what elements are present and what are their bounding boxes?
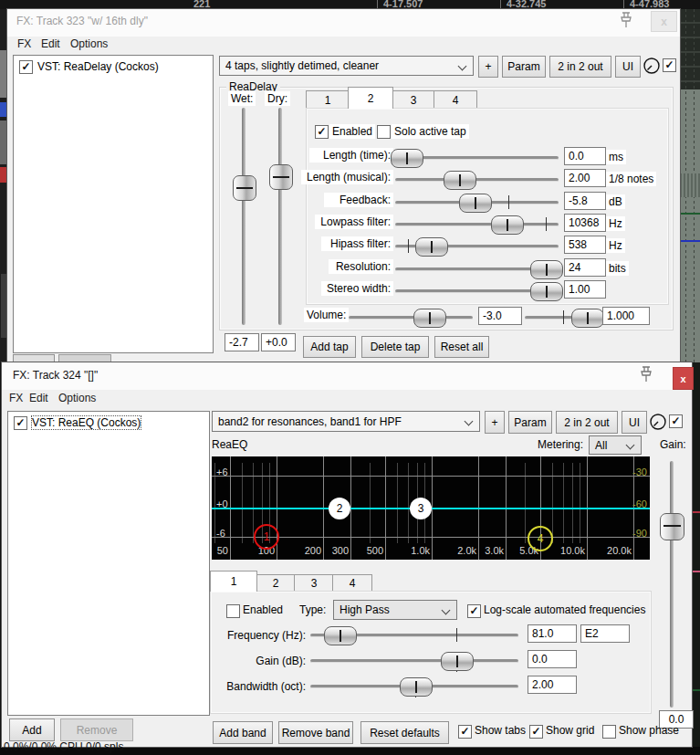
fx-chain-item[interactable]: VST: ReaEQ (Cockos) — [32, 416, 141, 429]
band-tab-2[interactable]: 2 — [256, 574, 296, 592]
volume-value[interactable]: -3.0 — [478, 307, 522, 325]
length-musical-slider[interactable] — [395, 178, 559, 182]
fx-chain-list[interactable] — [7, 411, 210, 716]
show-grid-checkbox[interactable] — [529, 725, 543, 739]
volume-thumb[interactable] — [413, 309, 446, 328]
wet-value[interactable]: -2.7 — [225, 333, 259, 351]
pan-value[interactable]: 1.000 — [602, 307, 650, 325]
log-scale-checkbox[interactable] — [467, 604, 481, 618]
length-musical-thumb[interactable] — [444, 171, 476, 190]
frequency-thumb[interactable] — [324, 626, 357, 645]
solo-active-tap-checkbox[interactable] — [377, 125, 391, 139]
tap-tab-1[interactable]: 1 — [306, 90, 350, 109]
eq-graph[interactable]: +6 +0 -6 -30 -60 -90 50 100 200 300 500 … — [212, 456, 650, 560]
length-time-thumb[interactable] — [391, 149, 423, 168]
feedback-thumb[interactable] — [459, 194, 492, 213]
band-gain-slider[interactable] — [310, 659, 518, 663]
wet-knob-icon[interactable] — [649, 413, 667, 431]
wet-slider[interactable] — [242, 108, 246, 325]
dry-slider[interactable] — [278, 108, 282, 325]
band-tab-1[interactable]: 1 — [210, 571, 257, 592]
plugin-enabled-checkbox[interactable] — [663, 58, 676, 72]
output-gain-thumb[interactable] — [660, 513, 684, 540]
io-button[interactable]: 2 in 2 out — [556, 411, 618, 434]
remove-band-button[interactable]: Remove band — [278, 721, 353, 744]
band-gain-thumb[interactable] — [441, 652, 474, 671]
fx-chain-list[interactable] — [13, 55, 214, 353]
save-preset-button[interactable]: + — [485, 411, 505, 434]
remove-fx-button[interactable]: Remove — [60, 718, 133, 741]
lowpass-value[interactable]: 10368 — [564, 214, 606, 232]
menu-fx[interactable]: FX — [9, 392, 23, 404]
resolution-value[interactable]: 24 — [564, 258, 606, 277]
tap-tab-4[interactable]: 4 — [434, 90, 477, 109]
lowpass-thumb[interactable] — [491, 215, 524, 235]
frequency-value[interactable]: 81.0 — [528, 624, 577, 643]
menu-options[interactable]: Options — [70, 37, 108, 50]
tap-tab-2[interactable]: 2 — [348, 87, 393, 109]
frequency-note-value[interactable]: E2 — [580, 624, 630, 643]
close-icon[interactable]: x — [651, 11, 677, 32]
eq-band-point-1[interactable]: 1 — [254, 524, 279, 550]
pan-thumb[interactable] — [571, 309, 604, 328]
param-button[interactable]: Param — [508, 411, 552, 434]
length-time-value[interactable]: 0.0 — [564, 147, 606, 165]
wet-slider-thumb[interactable] — [233, 175, 256, 201]
reaeq-titlebar[interactable] — [2, 362, 692, 390]
hipass-thumb[interactable] — [415, 237, 448, 257]
band-enabled-checkbox[interactable] — [226, 604, 240, 618]
band-tab-3[interactable]: 3 — [294, 574, 334, 592]
add-band-button[interactable]: Add band — [213, 721, 273, 744]
add-fx-button[interactable]: Add — [9, 718, 55, 741]
metering-combo[interactable]: All — [589, 435, 642, 455]
ui-button[interactable]: UI — [615, 56, 641, 78]
hipass-value[interactable]: 538 — [564, 236, 606, 254]
menu-edit[interactable]: Edit — [29, 392, 48, 404]
eq-band-point-4[interactable]: 4 — [528, 526, 553, 551]
show-tabs-checkbox[interactable] — [458, 725, 472, 739]
eq-band-point-3[interactable]: 3 — [410, 498, 432, 519]
reset-all-button[interactable]: Reset all — [434, 336, 489, 358]
wet-knob-icon[interactable] — [643, 57, 661, 75]
delete-tap-button[interactable]: Delete tap — [361, 336, 429, 358]
output-gain-fader[interactable] — [670, 461, 674, 708]
tap-tab-3[interactable]: 3 — [392, 90, 435, 109]
band-gain-value[interactable]: 0.0 — [528, 650, 577, 668]
pin-icon[interactable] — [639, 365, 653, 383]
preset-combo[interactable]: band2 for resonances, band1 for HPF — [212, 411, 480, 432]
reset-defaults-button[interactable]: Reset defaults — [360, 721, 449, 744]
ui-button[interactable]: UI — [622, 411, 647, 434]
resolution-thumb[interactable] — [530, 260, 563, 279]
pin-icon[interactable] — [619, 11, 633, 29]
param-button[interactable]: Param — [502, 56, 546, 78]
eq-band-point-2[interactable]: 2 — [329, 498, 350, 519]
io-button[interactable]: 2 in 2 out — [549, 56, 611, 78]
menu-options[interactable]: Options — [58, 392, 96, 404]
close-icon[interactable]: x — [673, 367, 694, 390]
tap-enabled-checkbox[interactable] — [315, 125, 329, 139]
feedback-value[interactable]: -5.8 — [564, 192, 606, 210]
menu-fx[interactable]: FX — [17, 37, 31, 50]
menu-edit[interactable]: Edit — [41, 37, 60, 50]
add-tap-button[interactable]: Add tap — [303, 336, 356, 358]
background-right-sliver — [692, 362, 700, 747]
preset-combo[interactable]: 4 taps, slightly detimed, cleaner — [219, 56, 474, 76]
stereo-width-value[interactable]: 1.00 — [564, 280, 606, 299]
show-phase-checkbox[interactable] — [602, 725, 616, 739]
dry-value[interactable]: +0.0 — [261, 333, 296, 351]
plugin-enabled-checkbox[interactable] — [669, 414, 683, 428]
fx-chain-item[interactable]: VST: ReaDelay (Cockos) — [37, 60, 159, 73]
dry-slider-thumb[interactable] — [269, 164, 293, 190]
band-tab-4[interactable]: 4 — [332, 574, 372, 592]
volume-slider[interactable] — [349, 316, 473, 320]
bandwidth-value[interactable]: 2.00 — [528, 676, 577, 694]
save-preset-button[interactable]: + — [478, 56, 498, 78]
length-musical-value[interactable]: 2.00 — [564, 169, 606, 187]
fx-enable-checkbox[interactable] — [14, 416, 27, 430]
bandwidth-thumb[interactable] — [400, 677, 433, 697]
lowpass-slider[interactable] — [395, 223, 559, 226]
fx-enable-checkbox[interactable] — [19, 60, 33, 74]
stereo-width-thumb[interactable] — [530, 282, 563, 301]
band-type-combo[interactable]: High Pass — [333, 600, 457, 620]
param-label: Bandwidth (oct): — [219, 680, 306, 693]
